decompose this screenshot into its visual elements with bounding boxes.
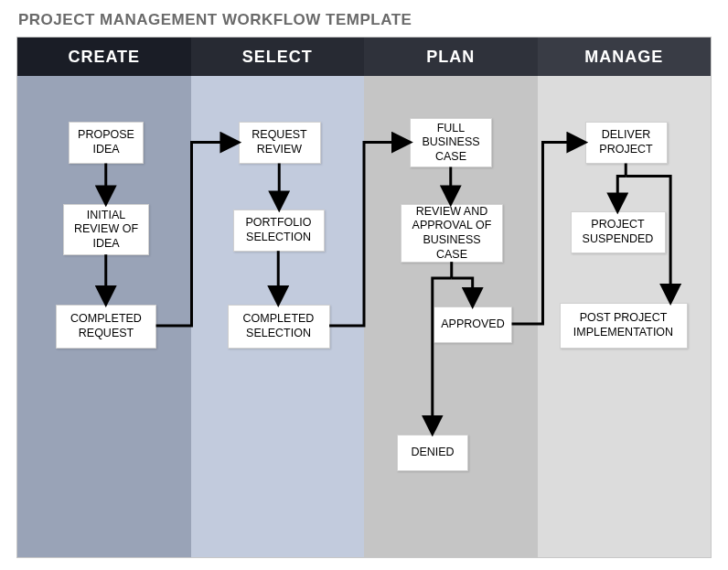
column-manage: MANAGEDELIVER PROJECTPROJECT SUSPENDEDPO…: [538, 38, 712, 557]
page-title: PROJECT MANAGEMENT WORKFLOW TEMPLATE: [0, 0, 728, 37]
node-completed-request: COMPLETED REQUEST: [56, 305, 156, 349]
column-select: SELECTREQUEST REVIEWPORTFOLIO SELECTIONC…: [191, 38, 365, 557]
column-body-plan: FULL BUSINESS CASEREVIEW AND APPROVAL OF…: [364, 76, 538, 557]
workflow-diagram: CREATEPROPOSE IDEAINITIAL REVIEW OF IDEA…: [16, 37, 712, 558]
node-denied: DENIED: [397, 435, 468, 471]
node-propose-idea: PROPOSE IDEA: [69, 122, 144, 164]
node-initial-review: INITIAL REVIEW OF IDEA: [63, 204, 149, 255]
node-request-review: REQUEST REVIEW: [239, 122, 321, 164]
node-review-approval: REVIEW AND APPROVAL OF BUSINESS CASE: [401, 204, 503, 263]
node-deliver-project: DELIVER PROJECT: [585, 122, 668, 164]
node-portfolio-selection: PORTFOLIO SELECTION: [233, 210, 325, 252]
column-header-plan: PLAN: [364, 38, 538, 76]
column-create: CREATEPROPOSE IDEAINITIAL REVIEW OF IDEA…: [17, 38, 191, 557]
column-plan: PLANFULL BUSINESS CASEREVIEW AND APPROVA…: [364, 38, 538, 557]
column-header-select: SELECT: [191, 38, 365, 76]
node-project-suspended: PROJECT SUSPENDED: [571, 211, 666, 253]
node-post-project-impl: POST PROJECT IMPLEMENTATION: [560, 303, 688, 349]
node-approved: APPROVED: [434, 307, 512, 343]
column-header-create: CREATE: [17, 38, 191, 76]
node-full-business-case: FULL BUSINESS CASE: [410, 118, 492, 167]
node-completed-selection: COMPLETED SELECTION: [228, 305, 330, 349]
column-body-select: REQUEST REVIEWPORTFOLIO SELECTIONCOMPLET…: [191, 76, 365, 557]
column-header-manage: MANAGE: [538, 38, 712, 76]
column-body-manage: DELIVER PROJECTPROJECT SUSPENDEDPOST PRO…: [538, 76, 712, 557]
column-body-create: PROPOSE IDEAINITIAL REVIEW OF IDEACOMPLE…: [17, 76, 191, 557]
